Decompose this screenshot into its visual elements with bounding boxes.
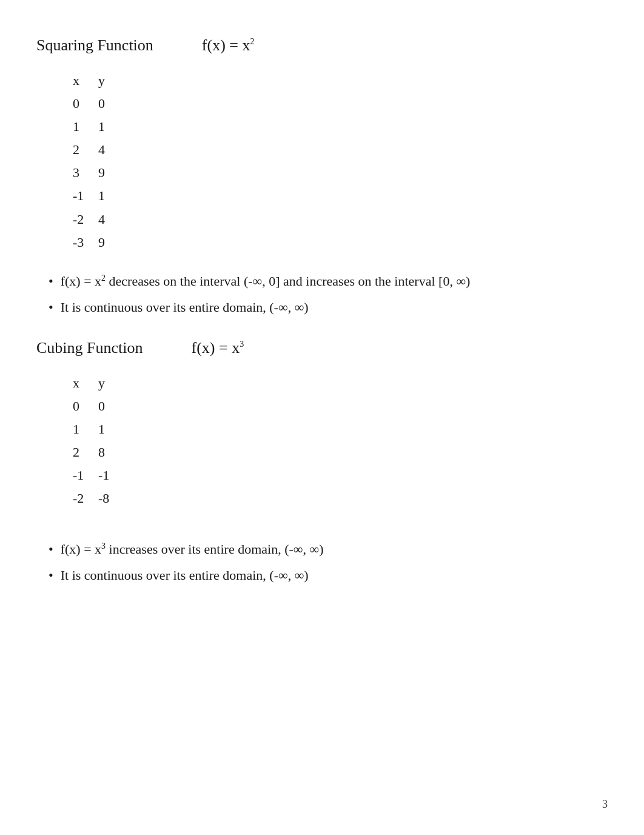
cubing-bullet-2: It is continuous over its entire domain,… bbox=[49, 565, 608, 585]
page-content: Squaring Function f(x) = x2 x y 0 0 1 1 bbox=[36, 36, 608, 585]
cubing-bullet-1-text: f(x) = x3 increases over its entire doma… bbox=[61, 539, 324, 559]
cubing-header-x: x bbox=[73, 372, 98, 395]
table-row: -1 1 bbox=[73, 184, 120, 207]
spacer bbox=[36, 527, 608, 539]
cubing-bullet-exp: 3 bbox=[101, 542, 106, 551]
cubing-title: Cubing Function bbox=[36, 339, 143, 357]
cubing-y4: -1 bbox=[98, 464, 120, 487]
cubing-y5: -8 bbox=[98, 487, 120, 510]
table-row: -2 4 bbox=[73, 208, 120, 231]
squaring-x3: 2 bbox=[73, 138, 98, 161]
cubing-formula-exp: 3 bbox=[240, 340, 244, 349]
cubing-x5: -2 bbox=[73, 487, 98, 510]
cubing-x2: 1 bbox=[73, 418, 98, 441]
squaring-header: Squaring Function f(x) = x2 bbox=[36, 36, 608, 55]
cubing-y3: 8 bbox=[98, 441, 120, 464]
squaring-y6: 4 bbox=[98, 208, 120, 231]
cubing-formula: f(x) = x3 bbox=[192, 339, 244, 357]
squaring-header-x: x bbox=[73, 69, 98, 92]
squaring-formula: f(x) = x2 bbox=[202, 36, 255, 55]
squaring-table-section: x y 0 0 1 1 2 4 3 9 bbox=[73, 69, 608, 254]
table-row: 2 8 bbox=[73, 441, 120, 464]
table-row: 0 0 bbox=[73, 395, 120, 418]
squaring-y7: 9 bbox=[98, 231, 120, 254]
table-row: -2 -8 bbox=[73, 487, 120, 510]
squaring-bullets: f(x) = x2 decreases on the interval (-∞,… bbox=[49, 271, 608, 317]
cubing-bullet-1: f(x) = x3 increases over its entire doma… bbox=[49, 539, 608, 559]
squaring-y5: 1 bbox=[98, 184, 120, 207]
squaring-table: x y 0 0 1 1 2 4 3 9 bbox=[73, 69, 120, 254]
cubing-bullet-2-text: It is continuous over its entire domain,… bbox=[61, 565, 309, 585]
table-row: 1 1 bbox=[73, 115, 120, 138]
squaring-x1: 0 bbox=[73, 92, 98, 115]
squaring-header-y: y bbox=[98, 69, 120, 92]
squaring-bullet-1-text: f(x) = x2 decreases on the interval (-∞,… bbox=[61, 271, 471, 291]
squaring-x5: -1 bbox=[73, 184, 98, 207]
squaring-y4: 9 bbox=[98, 161, 120, 184]
cubing-y2: 1 bbox=[98, 418, 120, 441]
cubing-header-y: y bbox=[98, 372, 120, 395]
squaring-title: Squaring Function bbox=[36, 36, 153, 55]
squaring-bullet-exp: 2 bbox=[101, 273, 106, 282]
cubing-table: x y 0 0 1 1 2 8 bbox=[73, 372, 120, 511]
cubing-header: Cubing Function f(x) = x3 bbox=[36, 339, 608, 357]
squaring-bullet-1: f(x) = x2 decreases on the interval (-∞,… bbox=[49, 271, 608, 291]
cubing-section: Cubing Function f(x) = x3 x y 0 0 1 bbox=[36, 339, 608, 586]
table-row: -3 9 bbox=[73, 231, 120, 254]
table-row: x y bbox=[73, 372, 120, 395]
cubing-x4: -1 bbox=[73, 464, 98, 487]
squaring-formula-exp: 2 bbox=[250, 37, 254, 46]
table-row: 1 1 bbox=[73, 418, 120, 441]
cubing-x1: 0 bbox=[73, 395, 98, 418]
squaring-bullet-2-text: It is continuous over its entire domain,… bbox=[61, 297, 309, 317]
cubing-bullets: f(x) = x3 increases over its entire doma… bbox=[49, 539, 608, 585]
squaring-y1: 0 bbox=[98, 92, 120, 115]
cubing-x3: 2 bbox=[73, 441, 98, 464]
cubing-y1: 0 bbox=[98, 395, 120, 418]
table-row: 0 0 bbox=[73, 92, 120, 115]
squaring-y2: 1 bbox=[98, 115, 120, 138]
squaring-x2: 1 bbox=[73, 115, 98, 138]
table-row: -1 -1 bbox=[73, 464, 120, 487]
squaring-y3: 4 bbox=[98, 138, 120, 161]
page-number: 3 bbox=[602, 798, 608, 811]
squaring-x6: -2 bbox=[73, 208, 98, 231]
squaring-x7: -3 bbox=[73, 231, 98, 254]
table-row: 3 9 bbox=[73, 161, 120, 184]
squaring-bullet-2: It is continuous over its entire domain,… bbox=[49, 297, 608, 317]
table-row: x y bbox=[73, 69, 120, 92]
table-row: 2 4 bbox=[73, 138, 120, 161]
cubing-table-section: x y 0 0 1 1 2 8 bbox=[73, 372, 608, 511]
squaring-x4: 3 bbox=[73, 161, 98, 184]
